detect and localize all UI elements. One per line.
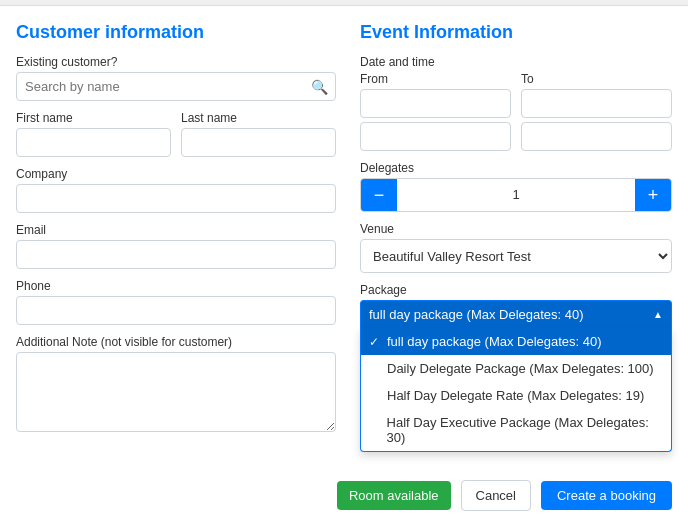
footer: Room available Cancel Create a booking — [0, 468, 688, 523]
additional-note-input[interactable] — [16, 352, 336, 432]
date-row: From 04-07-2021 09:00 To 04-07-2021 12:0… — [360, 72, 672, 151]
company-label: Company — [16, 167, 336, 181]
email-label: Email — [16, 223, 336, 237]
to-label: To — [521, 72, 672, 86]
package-select-display[interactable]: full day package (Max Delegates: 40) ▲ — [360, 300, 672, 328]
email-input[interactable] — [16, 240, 336, 269]
search-icon: 🔍 — [311, 79, 328, 95]
venue-field: Venue Beautiful Valley Resort Test — [360, 222, 672, 273]
first-name-field: First name — [16, 111, 171, 157]
package-label: Package — [360, 283, 672, 297]
last-name-field: Last name — [181, 111, 336, 157]
package-dropdown-wrapper: full day package (Max Delegates: 40) ▲ ✓… — [360, 300, 672, 328]
delegates-row: − 1 + — [360, 178, 672, 212]
plus-icon: + — [648, 185, 659, 206]
company-input[interactable] — [16, 184, 336, 213]
last-name-label: Last name — [181, 111, 336, 125]
package-dropdown-list: ✓ full day package (Max Delegates: 40) D… — [360, 328, 672, 452]
event-information-section: Event Information Date and time From 04-… — [360, 22, 672, 460]
delegates-value: 1 — [397, 179, 635, 211]
email-field: Email — [16, 223, 336, 269]
delegates-plus-button[interactable]: + — [635, 179, 671, 211]
existing-customer-label: Existing customer? — [16, 55, 336, 69]
company-field: Company — [16, 167, 336, 213]
last-name-input[interactable] — [181, 128, 336, 157]
delegates-field: Delegates − 1 + — [360, 161, 672, 212]
package-selected-text: full day package (Max Delegates: 40) — [369, 307, 584, 322]
minus-icon: − — [374, 185, 385, 206]
search-input[interactable] — [16, 72, 336, 101]
date-time-section: Date and time From 04-07-2021 09:00 To 0… — [360, 55, 672, 151]
search-wrapper: 🔍 — [16, 72, 336, 101]
date-time-label: Date and time — [360, 55, 672, 69]
package-option-2[interactable]: Daily Delegate Package (Max Delegates: 1… — [361, 355, 671, 382]
customer-info-title: Customer information — [16, 22, 336, 43]
to-date-col: To 04-07-2021 12:00 — [521, 72, 672, 151]
venue-select[interactable]: Beautiful Valley Resort Test — [360, 239, 672, 273]
event-info-title: Event Information — [360, 22, 672, 43]
check-icon: ✓ — [369, 335, 383, 349]
room-available-button[interactable]: Room available — [337, 481, 451, 510]
package-option-4-label: Half Day Executive Package (Max Delegate… — [387, 415, 663, 445]
phone-field: Phone — [16, 279, 336, 325]
from-date-col: From 04-07-2021 09:00 — [360, 72, 511, 151]
delegates-label: Delegates — [360, 161, 672, 175]
package-option-4[interactable]: Half Day Executive Package (Max Delegate… — [361, 409, 671, 451]
chevron-down-icon: ▲ — [653, 309, 663, 320]
package-field: Package full day package (Max Delegates:… — [360, 283, 672, 328]
first-name-input[interactable] — [16, 128, 171, 157]
from-label: From — [360, 72, 511, 86]
customer-information-section: Customer information Existing customer? … — [16, 22, 336, 460]
cancel-button[interactable]: Cancel — [461, 480, 531, 511]
package-option-1[interactable]: ✓ full day package (Max Delegates: 40) — [361, 328, 671, 355]
package-option-2-label: Daily Delegate Package (Max Delegates: 1… — [387, 361, 654, 376]
from-date-input[interactable]: 04-07-2021 — [360, 89, 511, 118]
to-date-input[interactable]: 04-07-2021 — [521, 89, 672, 118]
additional-note-field: Additional Note (not visible for custome… — [16, 335, 336, 435]
first-name-label: First name — [16, 111, 171, 125]
package-option-3-label: Half Day Delegate Rate (Max Delegates: 1… — [387, 388, 644, 403]
package-option-3[interactable]: Half Day Delegate Rate (Max Delegates: 1… — [361, 382, 671, 409]
to-time-input[interactable]: 12:00 — [521, 122, 672, 151]
venue-label: Venue — [360, 222, 672, 236]
phone-input[interactable] — [16, 296, 336, 325]
additional-note-label: Additional Note (not visible for custome… — [16, 335, 336, 349]
phone-label: Phone — [16, 279, 336, 293]
create-booking-button[interactable]: Create a booking — [541, 481, 672, 510]
existing-customer-field: Existing customer? 🔍 — [16, 55, 336, 101]
from-time-input[interactable]: 09:00 — [360, 122, 511, 151]
package-option-1-label: full day package (Max Delegates: 40) — [387, 334, 602, 349]
delegates-minus-button[interactable]: − — [361, 179, 397, 211]
